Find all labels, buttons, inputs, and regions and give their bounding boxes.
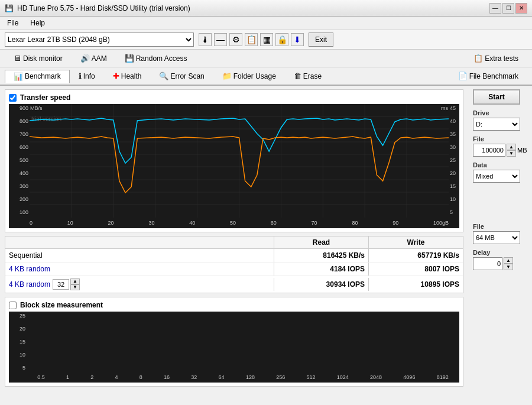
right-panel: Start Drive D: File ▲ ▼ MB Data Mixe [468,89,527,387]
window-title: HD Tune Pro 5.75 - Hard Disk/SSD Utility… [17,4,190,12]
menu-file[interactable]: File [5,18,21,28]
temp-icon[interactable]: 🌡 [199,33,212,46]
health-icon: ✚ [113,72,119,80]
delay-up[interactable]: ▲ [504,257,513,264]
menu-bar: File Help [0,17,532,30]
delay-input[interactable] [473,257,502,270]
toolbar-icons: 🌡 — ⚙ 📋 ▦ 🔒 ⬇ [199,33,304,46]
maximize-button[interactable]: ☐ [502,3,514,14]
close-button[interactable]: ✕ [515,3,527,14]
download-icon[interactable]: ⬇ [291,33,304,46]
settings-icon[interactable]: ⚙ [229,33,242,46]
tab-extra-tests-label: Extra tests [485,54,518,63]
bs-chart-area [27,312,459,372]
transfer-speed-chart: MB/s ms trial version 900 800 700 600 50… [9,104,459,228]
tab-error-scan[interactable]: 🔍 Error Scan [150,69,213,83]
tab-file-benchmark[interactable]: 📄 File Benchmark [449,69,527,83]
chart-svg [30,104,449,218]
chart-yaxis-left: 900 800 700 600 500 400 300 200 100 [9,104,30,216]
exit-button[interactable]: Exit [309,33,333,47]
data-table: Read Write Sequential 816425 KB/s 657719… [5,236,463,293]
queue-down-button[interactable]: ▼ [70,284,80,290]
info-icon: ℹ [79,72,82,80]
tab-extra-tests[interactable]: 📋 Extra tests [465,51,527,65]
drive-dropdown[interactable]: D: [473,118,520,131]
tab-erase[interactable]: 🗑 Erase [285,69,330,83]
title-bar: 💾 HD Tune Pro 5.75 - Hard Disk/SSD Utili… [0,0,532,17]
table-row: 4 KB random ▲ ▼ 30934 IOPS 10895 IOPS [5,276,463,293]
drive-section: Drive D: [473,109,527,131]
extra-tests-icon: 📋 [473,54,483,63]
copy-icon[interactable]: 📋 [245,33,258,46]
tabs-row2: 📊 Benchmark ℹ Info ✚ Health 🔍 Error Scan… [0,67,532,86]
file-label: File [473,135,527,142]
tab-error-scan-label: Error Scan [170,72,204,80]
file2-dropdown[interactable]: 64 MB 128 MB 256 MB [473,231,520,244]
table-row: 4 KB random 4184 IOPS 8007 IOPS [5,263,463,276]
queue-depth-input[interactable] [53,279,69,290]
file-size-down[interactable]: ▼ [507,150,516,157]
tab-folder-usage[interactable]: 📁 Folder Usage [213,69,285,83]
row-sequential-write: 657719 KB/s [368,249,463,262]
window-controls: — ☐ ✕ [489,3,527,14]
delay-stepper: ▲ ▼ [504,257,513,270]
file-size-up[interactable]: ▲ [507,144,516,150]
tab-benchmark[interactable]: 📊 Benchmark [5,70,70,83]
left-panel: Transfer speed MB/s ms trial version 900… [5,89,463,387]
tab-info[interactable]: ℹ Info [70,69,104,83]
chart-yaxis-right: 45 40 35 30 25 20 15 10 5 [449,104,459,216]
col-read-header: Read [274,236,368,248]
block-size-checkbox[interactable] [9,302,17,309]
menu-help[interactable]: Help [28,18,47,28]
file-size-input[interactable] [473,144,505,157]
row-4kb-write: 8007 IOPS [368,263,463,276]
tab-erase-label: Erase [303,72,322,80]
row-sequential-read: 816425 KB/s [274,249,368,262]
tab-aam[interactable]: 🔊 AAM [72,51,116,65]
file2-label: File [473,223,527,230]
toolbar: Lexar Lexar 2TB SSD (2048 gB) 🌡 — ⚙ 📋 ▦ … [0,30,532,50]
row-4kb-queue-write: 10895 IOPS [368,278,463,291]
minimize-button[interactable]: — [489,3,501,14]
row-4kb-queue-label: 4 KB random ▲ ▼ [5,276,274,293]
row-4kb-read: 4184 IOPS [274,263,368,276]
lock-icon[interactable]: 🔒 [275,33,288,46]
erase-icon: 🗑 [294,72,301,80]
file-unit: MB [517,147,527,154]
row-sequential-label: Sequential [5,249,274,262]
tab-random-access[interactable]: 💾 Random Access [116,51,196,65]
tab-health-label: Health [121,72,142,80]
data-section: Data Mixed Random Sequential [473,161,527,183]
tab-disk-monitor[interactable]: 🖥 Disk monitor [5,51,72,65]
block-size-chart: MB/s read write 25 20 15 [9,312,459,383]
block-size-section: Block size measurement MB/s read write [5,297,463,387]
folder-icon: 📁 [222,72,232,80]
start-button[interactable]: Start [473,89,520,105]
file-benchmark-icon: 📄 [458,72,468,80]
error-scan-icon: 🔍 [159,72,168,80]
grid-icon[interactable]: ▦ [260,33,273,46]
row-4kb-queue-read: 30934 IOPS [274,278,368,291]
tab-aam-label: AAM [92,54,107,63]
dash-icon: — [214,33,227,46]
drive-select[interactable]: Lexar Lexar 2TB SSD (2048 gB) [5,33,194,47]
random-access-icon: 💾 [125,54,134,63]
data-dropdown[interactable]: Mixed Random Sequential [473,170,520,183]
disk-monitor-icon: 🖥 [14,54,21,63]
tab-disk-monitor-label: Disk monitor [23,54,63,63]
transfer-speed-checkbox[interactable] [9,94,17,102]
queue-stepper: ▲ ▼ [70,278,80,290]
file2-section: File 64 MB 128 MB 256 MB [473,223,527,244]
delay-input-row: ▲ ▼ [473,257,527,270]
bs-yaxis: 25 20 15 10 5 [9,312,27,372]
data-label: Data [473,161,527,169]
table-row: Sequential 816425 KB/s 657719 KB/s [5,249,463,263]
queue-up-button[interactable]: ▲ [70,278,80,284]
tab-health[interactable]: ✚ Health [104,69,151,83]
aam-icon: 🔊 [80,54,90,63]
delay-down[interactable]: ▼ [504,264,513,270]
file-stepper: ▲ ▼ [507,144,516,157]
tabs-row1: 🖥 Disk monitor 🔊 AAM 💾 Random Access 📋 E… [0,50,532,67]
transfer-speed-title: Transfer speed [20,93,70,102]
col-write-header: Write [368,236,463,248]
